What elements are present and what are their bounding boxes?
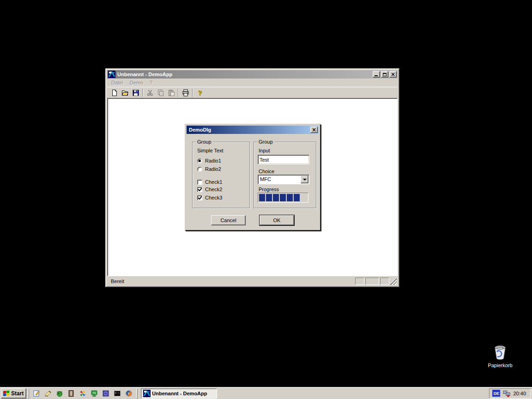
- toolbar-separator: [142, 89, 143, 97]
- radio1-label[interactable]: Radio1: [205, 158, 221, 163]
- taskbar-grip[interactable]: [28, 388, 29, 399]
- quicklaunch-command-prompt-button[interactable]: C:\: [113, 389, 121, 398]
- signature-icon: [44, 390, 52, 397]
- start-label: Start: [11, 390, 24, 397]
- demo-dialog: DemoDlg × Group Simple Text Radio1 Radio…: [185, 124, 320, 230]
- firefox-icon: [125, 390, 133, 397]
- quicklaunch-firefox-button[interactable]: [125, 389, 133, 398]
- open-button[interactable]: [120, 88, 130, 98]
- recycle-bin[interactable]: Papierkorb: [482, 345, 519, 368]
- status-text: Bereit: [108, 278, 354, 284]
- network-disconnected-icon[interactable]: [503, 390, 510, 397]
- dragon-icon: [56, 390, 63, 397]
- quicklaunch-media-player-button[interactable]: [79, 389, 87, 398]
- quicklaunch-signature-button[interactable]: [44, 389, 52, 398]
- terminal-server-icon: TS: [91, 390, 98, 397]
- media-player-icon: [79, 390, 86, 397]
- save-button[interactable]: [130, 88, 141, 98]
- toolbar-separator: [178, 89, 179, 97]
- cancel-button[interactable]: Cancel: [211, 215, 246, 225]
- check2-label[interactable]: Check2: [205, 187, 222, 192]
- maximize-button[interactable]: [381, 71, 388, 78]
- quicklaunch-dragon-button[interactable]: [55, 389, 64, 398]
- check1-checkbox[interactable]: [197, 180, 202, 185]
- status-pane: [355, 278, 364, 285]
- group-left: Group Simple Text Radio1 Radio2 Check1 C…: [192, 142, 250, 208]
- progress-bar: [258, 193, 308, 203]
- quicklaunch-globe-button[interactable]: [102, 389, 110, 398]
- clock[interactable]: 20:40: [513, 391, 527, 396]
- menubar: Datei Demo ?: [107, 79, 398, 87]
- group-left-label: Group: [196, 139, 213, 145]
- progress-label: Progress: [259, 187, 279, 192]
- menu-demo[interactable]: Demo: [127, 79, 146, 86]
- quicklaunch-notepad-button[interactable]: [32, 389, 41, 398]
- dialog-titlebar[interactable]: DemoDlg ×: [187, 126, 319, 134]
- radio2-label[interactable]: Radio2: [205, 166, 221, 172]
- check3-checkbox[interactable]: [197, 195, 202, 200]
- dialog-body: Group Simple Text Radio1 Radio2 Check1 C…: [187, 134, 319, 229]
- check1-label[interactable]: Check1: [205, 179, 222, 185]
- save-icon: [132, 89, 139, 97]
- language-indicator[interactable]: DE: [492, 390, 500, 397]
- statusbar: Bereit: [107, 276, 398, 285]
- recycle-bin-label[interactable]: Papierkorb: [482, 363, 519, 368]
- book-icon: [67, 390, 75, 397]
- input-field[interactable]: [258, 155, 309, 164]
- new-button[interactable]: [109, 88, 120, 98]
- ok-button[interactable]: OK: [260, 215, 294, 225]
- resize-grip[interactable]: [390, 278, 397, 285]
- paste-button: [166, 88, 176, 98]
- copy-icon: [157, 89, 164, 97]
- globe-icon: [102, 390, 109, 397]
- close-icon: ×: [391, 72, 395, 77]
- cut-icon: [146, 89, 154, 97]
- check2-checkbox[interactable]: [197, 187, 202, 192]
- svg-text:TS: TS: [93, 392, 97, 394]
- help-icon: ?: [198, 89, 202, 97]
- choice-combobox[interactable]: MFC: [258, 175, 309, 184]
- notepad-icon: [33, 390, 40, 397]
- print-button[interactable]: [180, 88, 191, 98]
- radio2-radio[interactable]: [197, 167, 202, 172]
- dialog-close-button[interactable]: ×: [310, 127, 318, 133]
- paste-icon: [168, 89, 175, 97]
- status-pane: [380, 278, 389, 285]
- quick-launch: TS C:\: [30, 389, 135, 398]
- copy-button: [155, 88, 166, 98]
- cut-button: [145, 88, 155, 98]
- quicklaunch-book-button[interactable]: [67, 389, 75, 398]
- menu-help[interactable]: ?: [146, 79, 156, 86]
- progress-fill: [259, 194, 300, 201]
- mfc-app-icon: [108, 71, 115, 78]
- choice-label: Choice: [259, 169, 274, 174]
- quicklaunch-terminal-server-button[interactable]: TS: [90, 389, 98, 398]
- dialog-title: DemoDlg: [189, 127, 310, 133]
- command-prompt-icon: C:\: [114, 390, 121, 397]
- minimize-button[interactable]: [373, 71, 380, 78]
- ok-button-frame: OK: [259, 215, 295, 226]
- close-button[interactable]: ×: [389, 71, 397, 78]
- help-button[interactable]: ?: [194, 88, 205, 98]
- maximize-icon: [383, 73, 387, 76]
- radio1-radio[interactable]: [197, 158, 202, 163]
- group-right: Group Input Choice MFC Progress: [254, 142, 316, 208]
- menu-datei[interactable]: Datei: [108, 79, 127, 86]
- system-tray: DE 20:40: [489, 388, 531, 399]
- close-icon: ×: [312, 127, 316, 132]
- recycle-bin-icon: [492, 345, 508, 361]
- taskbar-window-button[interactable]: Unbenannt - DemoApp: [141, 388, 217, 399]
- main-window-titlebar[interactable]: Unbenannt - DemoApp ×: [107, 70, 398, 79]
- mfc-app-icon: [143, 390, 151, 397]
- print-icon: [182, 89, 189, 97]
- status-pane: [365, 278, 379, 285]
- taskbar-grip[interactable]: [136, 388, 138, 399]
- toolbar: ?: [107, 87, 398, 98]
- windows-logo-icon: [3, 390, 10, 397]
- check3-label[interactable]: Check3: [205, 195, 222, 200]
- combobox-dropdown-button[interactable]: [301, 175, 308, 183]
- start-button[interactable]: Start: [1, 388, 26, 399]
- desktop: Unbenannt - DemoApp × Datei Demo ?: [0, 0, 532, 399]
- svg-text:C:\: C:\: [115, 392, 120, 395]
- choice-value: MFC: [258, 175, 300, 184]
